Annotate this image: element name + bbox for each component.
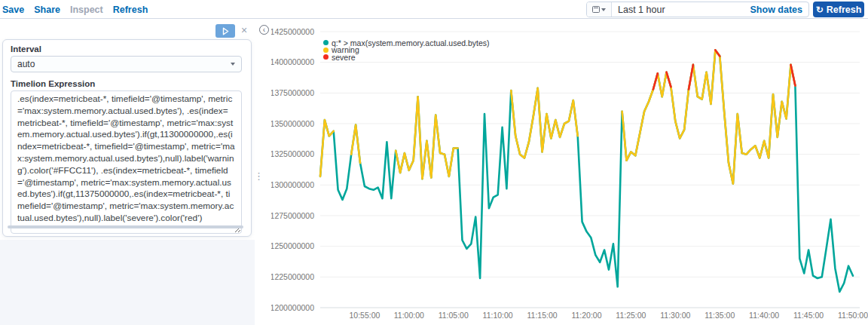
series-severe-line [653,50,796,89]
svg-text:11325000000: 11325000000 [271,149,314,158]
chevron-left-icon: ‹ [263,26,265,34]
collapse-editor-button[interactable]: ‹ [259,25,269,35]
svg-text:10:55:00: 10:55:00 [349,311,380,320]
refresh-icon: ↻ [816,5,824,14]
svg-text:11:30:00: 11:30:00 [660,311,690,320]
chart-canvas[interactable]: 1142500000011400000000113750000001135000… [271,19,868,325]
svg-text:11400000000: 11400000000 [271,57,314,66]
calendar-icon [592,6,600,13]
legend-color-dot [323,54,329,60]
refresh-link[interactable]: Refresh [113,5,148,15]
time-range-value[interactable]: Last 1 hour [612,5,750,15]
save-link[interactable]: Save [2,5,24,15]
chart-legend: q:* > max(system.memory.actual.used.byte… [323,39,490,61]
show-dates-link[interactable]: Show dates [750,5,808,15]
timelion-chart: q:* > max(system.memory.actual.used.byte… [271,19,868,325]
run-expression-button[interactable] [215,24,235,38]
interval-select-value: auto [17,59,231,69]
chevron-down-icon [231,63,235,66]
svg-text:11425000000: 11425000000 [271,27,314,36]
interval-label: Interval [11,44,242,54]
svg-text:11225000000: 11225000000 [271,272,314,281]
svg-text:11:35:00: 11:35:00 [704,311,735,320]
super-date-picker: Last 1 hour Show dates [586,2,809,17]
inspect-link[interactable]: Inspect [70,5,103,15]
panel-resize-handle[interactable]: ⋮ [254,170,260,182]
timelion-editor-panel: Interval auto Timelion Expression .es(in… [2,39,252,237]
top-toolbar: Save Share Inspect Refresh Last 1 hour S… [0,0,868,19]
legend-label: severe [332,53,356,62]
series-warning-line [320,50,795,183]
timelion-expression-input[interactable]: .es(index=metricbeat-*, timefield='@time… [11,90,242,234]
svg-text:11:05:00: 11:05:00 [439,311,469,320]
refresh-button-label: Refresh [827,5,862,15]
y-axis-labels: 1142500000011400000000113750000001135000… [271,27,314,312]
interval-select[interactable]: auto [11,56,242,72]
svg-text:11200000000: 11200000000 [271,303,314,312]
svg-text:11:00:00: 11:00:00 [394,311,424,320]
svg-text:11350000000: 11350000000 [271,119,314,128]
close-icon: × [241,24,247,36]
svg-text:11:50:00: 11:50:00 [838,311,868,320]
svg-text:11300000000: 11300000000 [271,180,314,189]
close-editor-button[interactable]: × [238,23,250,37]
svg-text:11:10:00: 11:10:00 [483,311,513,320]
timelion-expression-label: Timelion Expression [11,79,242,88]
expression-scrollbar[interactable] [8,225,243,228]
svg-text:11:45:00: 11:45:00 [793,311,824,320]
editor-column-background [0,240,255,325]
app-nav-links: Save Share Inspect Refresh [2,0,148,19]
svg-text:11275000000: 11275000000 [271,211,314,220]
play-icon [222,27,229,35]
svg-text:11375000000: 11375000000 [271,88,314,97]
legend-item[interactable]: severe [323,54,490,61]
svg-text:11:25:00: 11:25:00 [616,311,646,320]
chevron-down-icon [601,8,606,11]
svg-text:11:15:00: 11:15:00 [527,311,558,320]
quick-select-button[interactable] [587,2,612,17]
svg-text:11250000000: 11250000000 [271,241,314,250]
share-link[interactable]: Share [34,5,60,15]
x-axis-labels: 10:55:0011:00:0011:05:0011:10:0011:15:00… [349,311,868,320]
svg-text:11:40:00: 11:40:00 [749,311,779,320]
legend-color-dot [323,40,329,45]
legend-color-dot [323,48,329,53]
refresh-button[interactable]: ↻ Refresh [813,2,864,17]
svg-text:11:20:00: 11:20:00 [571,311,601,320]
